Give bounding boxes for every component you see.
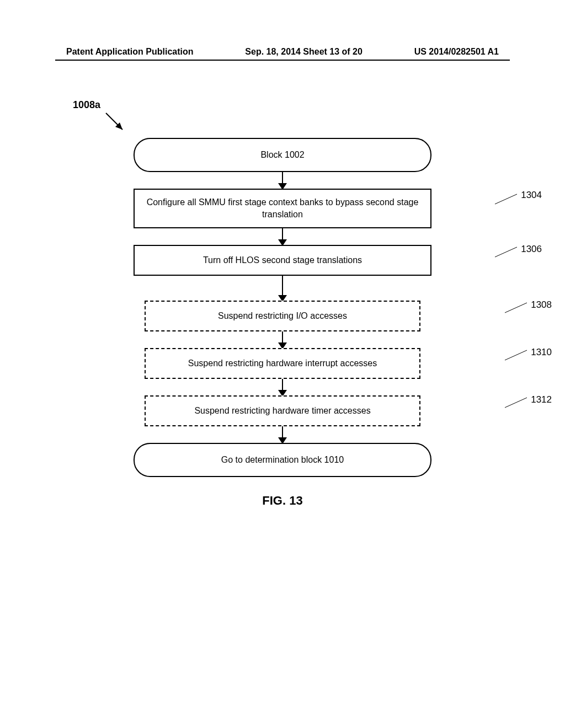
flowchart-body: Block 1002 Configure all SMMU first stag… [73, 138, 492, 477]
start-arrow-icon [103, 110, 131, 140]
reference-number: 1306 [521, 244, 542, 255]
terminal-block-start: Block 1002 [134, 138, 431, 172]
ref-connector-icon [505, 302, 530, 315]
svg-line-2 [495, 194, 517, 204]
optional-process-block: Suspend restricting hardware timer acces… [145, 395, 420, 426]
arrow-down-icon [282, 379, 283, 395]
arrow-down-icon [282, 228, 283, 245]
header-right: US 2014/0282501 A1 [414, 47, 499, 57]
block-text: Turn off HLOS second stage translations [203, 254, 362, 266]
arrow-down-icon [282, 426, 283, 443]
flow-step-1306: Turn off HLOS second stage translations … [73, 245, 492, 276]
svg-line-6 [505, 398, 527, 408]
flow-step-1308: Suspend restricting I/O accesses 1308 [73, 301, 492, 331]
header-rule [55, 60, 510, 61]
terminal-block-end: Go to determination block 1010 [134, 443, 431, 477]
block-text: Suspend restricting hardware interrupt a… [188, 357, 377, 370]
flow-step-1310: Suspend restricting hardware interrupt a… [73, 348, 492, 379]
svg-line-3 [495, 247, 517, 257]
reference-number: 1304 [521, 190, 542, 201]
block-text: Go to determination block 1010 [221, 454, 344, 466]
optional-process-block: Suspend restricting I/O accesses [145, 301, 420, 331]
figure-caption: FIG. 13 [73, 494, 492, 508]
flowchart-diagram: 1008a Block 1002 Configure all SMMU firs… [73, 99, 492, 508]
svg-line-5 [505, 350, 527, 360]
process-block: Turn off HLOS second stage translations [134, 245, 431, 276]
header-left: Patent Application Publication [66, 47, 194, 57]
ref-connector-icon [505, 349, 530, 363]
flow-step-1304: Configure all SMMU first stage context b… [73, 189, 492, 228]
block-text: Suspend restricting I/O accesses [218, 310, 347, 322]
flow-step-end: Go to determination block 1010 [73, 443, 492, 477]
start-reference-label: 1008a [73, 99, 100, 111]
reference-number: 1308 [531, 299, 552, 311]
arrow-down-icon [282, 276, 283, 301]
flow-step-1312: Suspend restricting hardware timer acces… [73, 395, 492, 426]
block-text: Block 1002 [260, 149, 304, 161]
reference-number: 1312 [531, 394, 552, 405]
block-text: Suspend restricting hardware timer acces… [194, 405, 370, 417]
header-center: Sep. 18, 2014 Sheet 13 of 20 [245, 47, 363, 57]
ref-connector-icon [495, 193, 520, 207]
ref-connector-icon [505, 397, 530, 410]
page-header: Patent Application Publication Sep. 18, … [0, 47, 565, 57]
ref-connector-icon [495, 246, 520, 260]
arrow-down-icon [282, 331, 283, 348]
svg-line-4 [505, 303, 527, 313]
optional-process-block: Suspend restricting hardware interrupt a… [145, 348, 420, 379]
process-block: Configure all SMMU first stage context b… [134, 189, 431, 228]
arrow-down-icon [282, 172, 283, 189]
reference-number: 1310 [531, 347, 552, 358]
block-text: Configure all SMMU first stage context b… [146, 196, 419, 220]
flow-step-start: Block 1002 [73, 138, 492, 172]
